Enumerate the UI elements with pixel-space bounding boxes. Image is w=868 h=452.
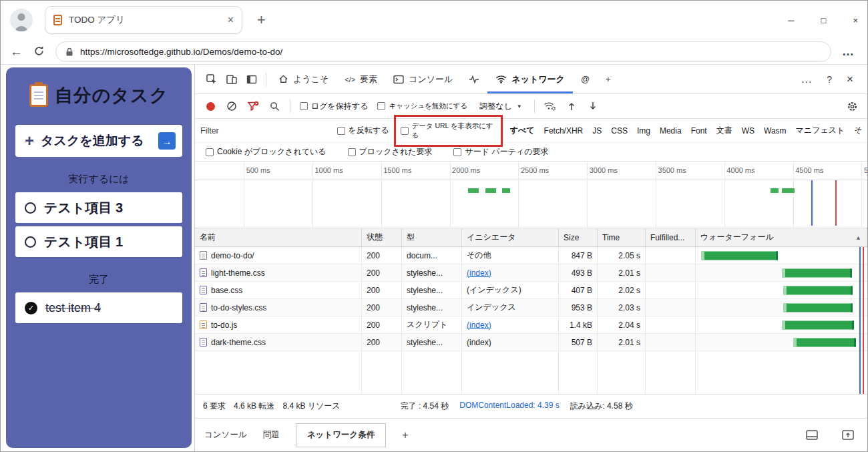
filter-pill[interactable]: Font — [691, 126, 707, 136]
refresh-button[interactable] — [33, 45, 45, 59]
tab-at[interactable]: @ — [573, 65, 598, 93]
checkbox-icon[interactable] — [377, 102, 385, 110]
address-bar[interactable]: https://microsoftedge.github.io/Demos/de… — [55, 41, 831, 62]
drawer-add-tab-button[interactable]: + — [402, 429, 408, 441]
network-timeline[interactable]: 500 ms1000 ms1500 ms2000 ms2500 ms3000 m… — [195, 162, 867, 228]
table-row[interactable]: base.css 200 styleshe... (インデックス) 407 B … — [195, 282, 867, 299]
activity-bar-icon[interactable] — [242, 70, 262, 89]
network-conditions-button[interactable] — [540, 97, 560, 116]
throttling-select[interactable]: 調整なし ▼ — [479, 101, 521, 112]
column-header-name[interactable]: 名前 — [195, 228, 362, 246]
table-row[interactable]: demo-to-do/ 200 docum... その他 847 B 2.05 … — [195, 247, 867, 264]
window-close-button[interactable]: × — [853, 15, 858, 25]
column-header-status[interactable]: 状態 — [362, 228, 402, 246]
import-har-button[interactable] — [562, 97, 582, 116]
table-row[interactable]: light-theme.css 200 styleshe... (index) … — [195, 264, 867, 282]
drawer-dock-button[interactable] — [802, 426, 822, 445]
inspect-element-icon[interactable] — [202, 70, 222, 89]
blocked-requests-checkbox[interactable]: ブロックされた要求 — [348, 146, 433, 158]
waterfall-bar[interactable] — [782, 320, 854, 329]
task-item[interactable]: テスト項目 3 — [15, 192, 182, 223]
unchecked-circle-icon[interactable] — [25, 236, 36, 248]
device-toolbar-icon[interactable] — [222, 70, 242, 89]
unchecked-circle-icon[interactable] — [25, 202, 36, 214]
initiator-link[interactable]: (index) — [467, 320, 491, 330]
sort-ascending-icon[interactable]: ▲ — [855, 234, 861, 241]
initiator-link[interactable]: (index) — [467, 268, 491, 278]
column-header-time[interactable]: Time — [598, 228, 646, 246]
disable-cache-checkbox[interactable]: キャッシュを無効にする — [377, 101, 467, 111]
checkbox-icon[interactable] — [348, 148, 356, 156]
browser-menu-button[interactable]: … — [842, 45, 858, 59]
drawer-tab-issues[interactable]: 問題 — [263, 429, 280, 441]
waterfall-bar[interactable] — [701, 251, 779, 260]
add-task-button[interactable]: + タスクを追加する → — [15, 125, 182, 157]
completed-task-item[interactable]: ✓ test item 4 — [15, 292, 182, 323]
tab-activity[interactable] — [461, 65, 487, 93]
devtools-help-button[interactable]: ? — [819, 74, 839, 85]
back-button[interactable]: ← — [10, 45, 23, 58]
preserve-log-checkbox[interactable]: ログを保持する — [300, 101, 368, 112]
record-button[interactable] — [200, 97, 220, 116]
filter-pill[interactable]: マニフェスト — [796, 125, 845, 136]
table-row[interactable]: dark-theme.css 200 styleshe... (index) 5… — [195, 334, 867, 351]
filter-pill[interactable]: WS — [742, 126, 754, 136]
filter-pill[interactable]: Fetch/XHR — [544, 126, 584, 136]
task-item[interactable]: テスト項目 1 — [15, 226, 182, 257]
add-tool-button[interactable]: + — [598, 65, 619, 93]
tab-console[interactable]: コンソール — [385, 65, 461, 93]
column-header-waterfall[interactable]: ウォーターフォール ▲ — [696, 228, 867, 246]
invert-filter-checkbox[interactable]: を反転する — [337, 125, 389, 136]
tab-welcome[interactable]: ようこそ — [270, 65, 337, 93]
filter-pill[interactable]: Media — [660, 126, 682, 136]
checked-circle-icon[interactable]: ✓ — [25, 302, 37, 314]
devtools-close-button[interactable]: × — [839, 73, 861, 86]
third-party-checkbox[interactable]: サード パーティの要求 — [453, 146, 548, 158]
export-har-button[interactable] — [583, 97, 603, 116]
drawer-expand-button[interactable] — [838, 426, 858, 445]
waterfall-bar[interactable] — [783, 286, 853, 294]
tab-elements[interactable]: </> 要素 — [337, 65, 385, 93]
filter-pill[interactable]: Wasm — [764, 126, 787, 136]
checkbox-icon[interactable] — [337, 127, 345, 135]
waterfall-bar[interactable] — [793, 338, 856, 347]
column-header-size[interactable]: Size — [559, 228, 598, 246]
drawer-tab-console[interactable]: コンソール — [204, 429, 247, 441]
window-maximize-button[interactable]: □ — [821, 15, 827, 25]
column-header-fulfilled[interactable]: Fulfilled... — [646, 228, 696, 246]
checkbox-icon[interactable] — [453, 148, 461, 156]
waterfall-bar[interactable] — [782, 268, 852, 277]
hide-data-urls-checkbox[interactable]: データ URL を非表示にする — [396, 118, 501, 144]
preserve-log-label: ログを保持する — [311, 101, 368, 112]
settings-button[interactable] — [842, 97, 862, 116]
drawer-tab-network-conditions[interactable]: ネットワーク条件 — [296, 423, 386, 447]
tab-close-icon[interactable]: × — [228, 14, 234, 26]
search-button[interactable] — [264, 97, 284, 116]
waterfall-bar[interactable] — [783, 303, 853, 312]
filter-pill[interactable]: 文書 — [716, 125, 732, 136]
filter-pill[interactable]: その他 — [854, 125, 862, 136]
filter-pill[interactable]: すべて — [510, 125, 535, 136]
checkbox-icon[interactable] — [300, 102, 308, 110]
checkbox-icon[interactable] — [206, 148, 214, 156]
table-row[interactable]: to-do-styles.css 200 styleshe... インデックス … — [195, 299, 867, 316]
browser-tab[interactable]: TODO アプリ × — [45, 6, 242, 34]
filter-toggle-button[interactable] — [243, 97, 263, 116]
filter-pill[interactable]: Img — [637, 126, 650, 136]
submit-arrow-icon[interactable]: → — [158, 132, 176, 150]
window-minimize-button[interactable]: ─ — [788, 15, 794, 25]
clear-button[interactable] — [222, 97, 242, 116]
profile-avatar[interactable] — [10, 9, 33, 31]
table-row[interactable]: to-do.js 200 スクリプト (index) 1.4 kB 2.04 s — [195, 316, 867, 334]
filter-pill[interactable]: CSS — [611, 126, 628, 136]
column-header-initiator[interactable]: イニシエータ — [462, 228, 559, 246]
blocked-cookies-checkbox[interactable]: Cookie がブロックされている — [206, 146, 327, 158]
new-tab-button[interactable]: + — [257, 11, 266, 29]
home-icon — [278, 74, 288, 84]
tab-network[interactable]: ネットワーク — [487, 65, 573, 93]
column-header-type[interactable]: 型 — [402, 228, 462, 246]
filter-pill[interactable]: JS — [592, 126, 602, 136]
devtools-more-button[interactable]: … — [793, 73, 819, 86]
filter-input[interactable] — [200, 126, 333, 136]
checkbox-icon[interactable] — [401, 127, 409, 135]
